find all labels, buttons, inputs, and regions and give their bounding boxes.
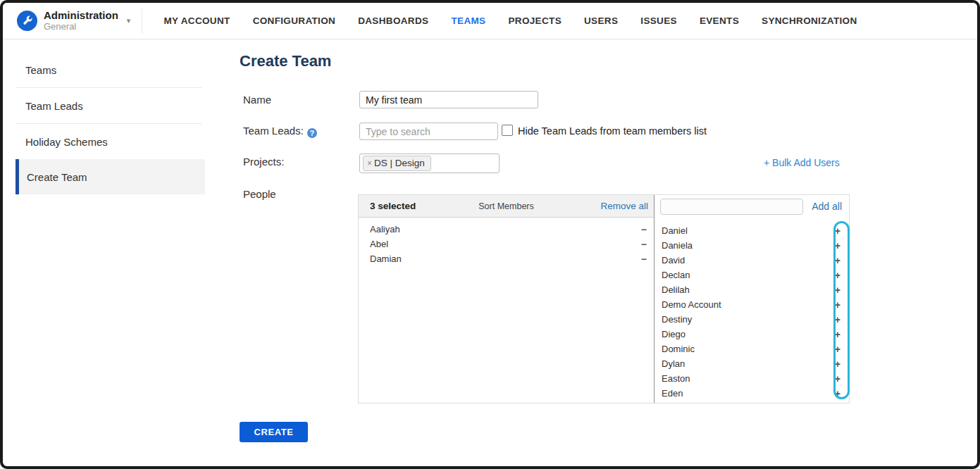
member-name: Daniela [662,240,693,251]
team-leads-label-text: Team Leads: [243,125,304,137]
hide-team-leads-label[interactable]: Hide Team Leads from team members list [518,125,707,137]
add-member-icon[interactable]: + [835,270,841,280]
selected-members-list: Aaliyah − Abel − Damian − [359,218,654,403]
chevron-down-icon[interactable]: ▾ [127,16,131,25]
available-member-row: Delilah + [655,282,849,297]
hide-team-leads-checkbox[interactable] [502,125,513,136]
nav-item-users[interactable]: USERS [573,15,629,26]
add-member-icon[interactable]: + [835,256,841,265]
available-member-row: Easton + [655,371,849,386]
projects-input[interactable]: × DS | Design [359,154,500,173]
sidebar-item-holiday-schemes[interactable]: Holiday Schemes [15,124,205,159]
help-icon[interactable]: ? [307,128,317,138]
remove-member-icon[interactable]: − [641,239,647,249]
member-name: David [662,255,685,265]
remove-tag-icon[interactable]: × [367,158,372,168]
add-member-icon[interactable]: + [835,344,841,354]
add-member-icon[interactable]: + [835,389,841,399]
brand-subtitle: General [44,22,118,32]
name-input[interactable] [359,91,538,108]
available-members-panel: Add all Daniel + Daniela + David + Decla… [654,195,849,403]
available-member-row: David + [655,253,849,268]
add-member-icon[interactable]: + [835,359,841,369]
team-leads-search-input[interactable] [359,123,498,140]
nav-item-my-account[interactable]: MY ACCOUNT [152,15,241,26]
selected-member-row: Abel − [359,237,654,251]
member-name: Easton [662,373,690,384]
member-name: Demo Account [662,299,721,310]
brand-title: Administration [44,10,118,22]
member-name: Destiny [662,314,692,325]
member-name: Daniel [662,225,688,236]
team-leads-label: Team Leads:? [243,125,317,138]
available-member-row: Dominic + [655,342,849,356]
member-name: Diego [662,329,686,339]
member-name: Abel [370,239,388,249]
nav-item-projects[interactable]: PROJECTS [497,15,573,26]
member-name: Damian [370,254,402,264]
available-members-header: Add all [655,195,849,218]
available-members-list[interactable]: Daniel + Daniela + David + Declan + Deli… [655,218,849,403]
add-member-icon[interactable]: + [835,241,841,251]
add-member-icon[interactable]: + [835,330,841,339]
member-name: Aaliyah [370,224,400,234]
people-label: People [243,188,276,200]
member-name: Eden [662,388,683,399]
available-member-row: Diego + [655,327,849,342]
selected-member-row: Aaliyah − [359,222,654,237]
admin-brand-menu[interactable]: Administration General ▾ [3,10,130,32]
selected-member-row: Damian − [359,251,654,266]
available-member-row: Dylan + [655,356,849,371]
bulk-add-users-link[interactable]: + Bulk Add Users [764,157,840,168]
available-member-row: Destiny + [655,312,849,327]
wrench-logo-icon [17,11,37,31]
nav-item-configuration[interactable]: CONFIGURATION [242,15,347,26]
nav-item-issues[interactable]: ISSUES [629,15,688,26]
brand-text: Administration General [44,10,118,32]
top-navbar: Administration General ▾ MY ACCOUNT CONF… [3,3,977,39]
available-member-row: Demo Account + [655,297,849,312]
member-name: Dominic [662,344,695,354]
page-title: Create Team [240,52,331,70]
available-member-row: Declan + [655,268,849,282]
selected-members-panel: 3 selected Sort Members Remove all Aaliy… [359,195,654,403]
sidebar-item-create-team[interactable]: Create Team [15,159,205,194]
navbar-menu: MY ACCOUNT CONFIGURATION DASHBOARDS TEAM… [152,15,868,26]
nav-item-synchronization[interactable]: SYNCHRONIZATION [750,15,869,26]
available-member-row: Daniela + [655,238,849,253]
member-name: Delilah [662,284,690,295]
sidebar-item-teams[interactable]: Teams [15,52,205,87]
project-tag: × DS | Design [363,156,431,171]
add-member-icon[interactable]: + [835,285,841,295]
add-member-icon[interactable]: + [835,226,841,236]
add-member-icon[interactable]: + [835,374,841,384]
member-name: Dylan [662,358,685,369]
available-member-row: Eden + [655,386,849,401]
navbar-divider [142,8,142,34]
sidebar-item-team-leads[interactable]: Team Leads [15,88,205,123]
projects-label: Projects: [243,156,284,168]
remove-member-icon[interactable]: − [641,225,647,234]
nav-item-teams[interactable]: TEAMS [440,15,497,26]
nav-item-events[interactable]: EVENTS [688,15,750,26]
project-tag-label: DS | Design [374,158,425,168]
name-label: Name [243,94,271,106]
add-member-icon[interactable]: + [835,300,841,310]
settings-sidebar: Teams Team Leads Holiday Schemes Create … [15,52,205,194]
available-member-row: Daniel + [655,223,849,238]
people-picker-panel: 3 selected Sort Members Remove all Aaliy… [358,194,850,404]
member-search-input[interactable] [660,199,803,215]
create-button[interactable]: CREATE [240,422,308,442]
member-name: Declan [662,270,690,280]
remove-member-icon[interactable]: − [641,254,647,264]
remove-all-link[interactable]: Remove all [600,201,648,211]
selected-members-header: 3 selected Sort Members Remove all [359,195,654,218]
add-all-link[interactable]: Add all [812,201,842,212]
add-member-icon[interactable]: + [835,315,841,325]
admin-window: Administration General ▾ MY ACCOUNT CONF… [0,0,980,469]
nav-item-dashboards[interactable]: DASHBOARDS [347,15,440,26]
